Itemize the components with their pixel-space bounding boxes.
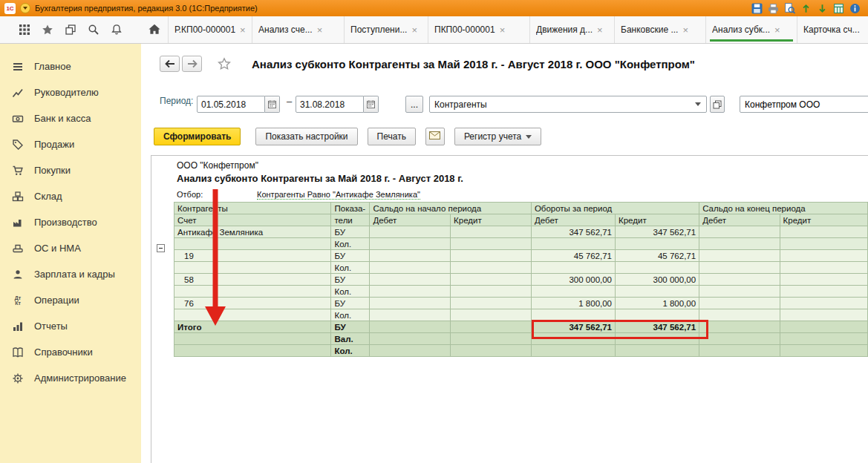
cell-counterparty[interactable] (174, 238, 331, 250)
cell-indicator[interactable]: Кол. (331, 238, 370, 250)
cell-sk-credit[interactable] (780, 262, 867, 274)
cell-indicator[interactable]: БУ (331, 226, 370, 238)
cell-t-credit[interactable]: 347 562,71 (616, 226, 699, 238)
sidebar-item-rukovoditelyu[interactable]: Руководителю (0, 79, 141, 105)
back-button[interactable] (160, 56, 180, 72)
close-icon[interactable]: × (317, 25, 323, 35)
sidebar-item-sklad[interactable]: Склад (0, 183, 141, 209)
cell-account[interactable]: 76 (174, 298, 331, 309)
cell-sn-credit[interactable] (451, 321, 532, 333)
cell-account[interactable]: 19 (174, 250, 331, 262)
cell-indicator[interactable]: Кол. (331, 309, 370, 321)
main-menu-button[interactable] (20, 3, 30, 13)
cell-sk-credit[interactable] (780, 250, 867, 262)
cell-sn-credit[interactable] (451, 226, 532, 238)
cell-t-credit[interactable] (616, 238, 699, 250)
cell-t-credit[interactable] (616, 286, 699, 298)
sidebar-item-spravochniki[interactable]: Справочники (0, 339, 141, 365)
collapse-group-button[interactable] (157, 244, 165, 252)
cell-sk-credit[interactable] (780, 298, 867, 309)
cell-sn-credit[interactable] (451, 250, 532, 262)
tab-analiz-subkonto[interactable]: Анализ субк...× (706, 16, 797, 43)
close-icon[interactable]: × (682, 25, 688, 35)
show-settings-button[interactable]: Показать настройки (255, 128, 357, 145)
cell-t-credit[interactable] (616, 333, 699, 345)
cell-sn-debit[interactable] (370, 333, 451, 345)
cell-account[interactable] (174, 262, 331, 274)
sidebar-item-otchety[interactable]: Отчеты (0, 313, 141, 339)
cell-sn-credit[interactable] (451, 262, 532, 274)
tab-analiz-scheta[interactable]: Анализ сче...× (252, 16, 345, 43)
cell-sk-credit[interactable] (780, 238, 867, 250)
close-icon[interactable]: × (597, 25, 603, 35)
cell-t-debit[interactable]: 300 000,00 (531, 274, 615, 286)
cell-sn-debit[interactable] (370, 286, 451, 298)
cell-t-credit[interactable] (616, 345, 699, 357)
cell-sn-debit[interactable] (370, 238, 451, 250)
cell-sn-credit[interactable] (451, 274, 532, 286)
favorite-star-icon[interactable] (218, 57, 231, 70)
cell-t-credit[interactable]: 1 800,00 (616, 298, 699, 309)
sidebar-item-glavnoe[interactable]: Главное (0, 53, 141, 79)
sidebar-item-zarplata-i-kadry[interactable]: Зарплата и кадры (0, 261, 141, 287)
sidebar-item-os-i-nma[interactable]: ОС и НМА (0, 235, 141, 261)
cell-sk-debit[interactable] (699, 226, 780, 238)
cell-t-debit[interactable] (531, 286, 615, 298)
cell-sk-credit[interactable] (780, 226, 867, 238)
sidebar-item-administrirovanie[interactable]: Администрирование (0, 365, 141, 391)
cell-sk-credit[interactable] (780, 333, 867, 345)
import-icon[interactable] (817, 3, 828, 14)
cell-t-debit[interactable]: 1 800,00 (531, 298, 615, 309)
report-filter-value[interactable]: Контрагенты Равно "Антикафе Земляника" (257, 190, 420, 200)
cell-indicator[interactable]: Вал. (331, 333, 370, 345)
calendar-icon[interactable] (364, 96, 379, 113)
date-to-input[interactable] (296, 96, 364, 113)
save-icon[interactable] (751, 3, 763, 14)
cell-account[interactable] (174, 286, 331, 298)
cell-sn-debit[interactable] (370, 226, 451, 238)
tab-dvizheniya[interactable]: Движения д...× (530, 16, 615, 43)
cell-t-credit[interactable]: 347 562,71 (616, 321, 699, 333)
sidebar-item-proizvodstvo[interactable]: Производство (0, 209, 141, 235)
subconto-list-button[interactable] (710, 96, 725, 113)
cell-sn-debit[interactable] (370, 321, 451, 333)
cell-sn-credit[interactable] (451, 333, 532, 345)
forward-button[interactable] (182, 56, 202, 72)
close-icon[interactable]: × (774, 25, 780, 35)
cell-t-debit[interactable]: 45 762,71 (531, 250, 615, 262)
cell-t-debit[interactable] (531, 309, 615, 321)
cell-sn-credit[interactable] (451, 309, 532, 321)
apps-grid-icon[interactable] (19, 24, 30, 36)
cell-sn-credit[interactable] (451, 238, 532, 250)
cell-t-debit[interactable] (531, 333, 615, 345)
cell-sk-debit[interactable] (699, 250, 780, 262)
close-icon[interactable]: × (500, 25, 506, 35)
close-icon[interactable]: × (240, 25, 246, 35)
cell-sk-credit[interactable] (780, 321, 867, 333)
register-menu-button[interactable]: Регистр учета (454, 128, 541, 145)
cell-sn-debit[interactable] (370, 250, 451, 262)
cell-sn-credit[interactable] (451, 298, 532, 309)
print-icon[interactable] (768, 3, 779, 14)
cell-indicator[interactable]: БУ (331, 250, 370, 262)
cell-t-debit[interactable]: 347 562,71 (531, 321, 615, 333)
cell-counterparty[interactable]: Антикафе Земляника (174, 226, 331, 238)
info-icon[interactable] (849, 3, 861, 14)
cell-sk-debit[interactable] (699, 321, 780, 333)
cell-indicator[interactable]: БУ (331, 298, 370, 309)
cell-total-label[interactable] (174, 333, 331, 345)
cell-t-debit[interactable] (531, 262, 615, 274)
cell-sk-credit[interactable] (780, 274, 867, 286)
cell-sn-debit[interactable] (370, 309, 451, 321)
cell-account[interactable]: 58 (174, 274, 331, 286)
tab-pkp00-000001[interactable]: ПКП00-000001× (428, 16, 530, 43)
cell-sk-debit[interactable] (699, 309, 780, 321)
cell-sk-debit[interactable] (699, 333, 780, 345)
cell-indicator[interactable]: БУ (331, 274, 370, 286)
tab-postupleniya[interactable]: Поступлени...× (345, 16, 428, 43)
cell-sk-debit[interactable] (699, 238, 780, 250)
cell-sk-credit[interactable] (780, 345, 867, 357)
cell-t-debit[interactable] (531, 345, 615, 357)
date-from-input[interactable] (197, 96, 265, 113)
cell-sn-credit[interactable] (451, 345, 532, 357)
